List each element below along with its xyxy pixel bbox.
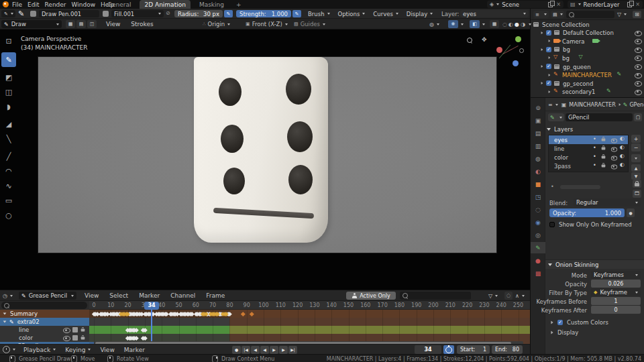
- axis-x-handle[interactable]: [496, 47, 502, 53]
- outliner-row-bg-3[interactable]: ✓bg: [531, 46, 644, 54]
- layer-row-eyes[interactable]: eyes•◐: [549, 135, 629, 144]
- outliner-editor-type-dropdown[interactable]: ▤: [551, 11, 564, 18]
- scene-name[interactable]: Scene: [502, 1, 548, 8]
- outliner-row-secondary1-8[interactable]: ✎secondary1✎: [531, 88, 644, 96]
- play-reverse-button[interactable]: ◀: [260, 346, 269, 354]
- material-swatch[interactable]: [103, 11, 109, 17]
- add-workspace-button[interactable]: +: [233, 1, 244, 8]
- dopesheet-search-field[interactable]: [400, 292, 471, 300]
- tool-eyedropper-button[interactable]: ╲: [1, 131, 16, 146]
- menu-brush[interactable]: Brush: [308, 11, 330, 17]
- expand-icon[interactable]: [548, 72, 551, 78]
- channel-line[interactable]: line: [0, 326, 89, 334]
- dopesheet-filter-dropdown[interactable]: ▽: [488, 292, 498, 300]
- tab-output[interactable]: ▤: [531, 130, 545, 138]
- menu-strokes[interactable]: Strokes: [131, 21, 153, 27]
- custom-colors-checkbox[interactable]: ✓: [557, 320, 563, 325]
- menu-playback[interactable]: Playback: [23, 347, 56, 353]
- layer-row-line[interactable]: line•◐: [549, 144, 629, 153]
- collection-checkbox[interactable]: ✓: [546, 80, 551, 86]
- workspace-tab-general[interactable]: General: [103, 0, 136, 9]
- guides-dropdown[interactable]: ▧ Guides: [294, 20, 325, 28]
- axis-z-handle[interactable]: [513, 60, 519, 66]
- collection-checkbox[interactable]: ✓: [546, 47, 551, 52]
- layer-onion-icon[interactable]: ◐: [620, 135, 625, 141]
- layer-opacity-slider[interactable]: Opacity: 1.000: [549, 208, 625, 217]
- orientation-dropdown[interactable]: ▣ Front (X-Z): [246, 20, 288, 28]
- menu-view[interactable]: View: [100, 347, 114, 353]
- frame-start-field[interactable]: Start: 1: [457, 345, 490, 354]
- dopesheet-editor-type-dropdown[interactable]: ◷: [3, 292, 13, 300]
- properties-editor-icon[interactable]: ≡: [548, 102, 553, 108]
- shading-preview-icon[interactable]: ◑: [520, 21, 526, 27]
- xray-toggle[interactable]: ◧: [470, 20, 480, 28]
- timeline-editor-type-dropdown[interactable]: [3, 346, 15, 353]
- record-button[interactable]: ●: [232, 346, 241, 354]
- placement-toggle-3[interactable]: ◫: [87, 20, 97, 28]
- tool-box-button[interactable]: ▭: [1, 193, 16, 208]
- keyframes-after-field[interactable]: 0: [591, 306, 641, 314]
- breadcrumb-data-name[interactable]: GPencil: [629, 102, 644, 108]
- zoom-icon[interactable]: [467, 38, 472, 44]
- layer-lock-icon[interactable]: [602, 139, 606, 141]
- outliner-item-label[interactable]: gp_second: [563, 80, 593, 87]
- radius-pressure-toggle[interactable]: ✎: [224, 10, 233, 17]
- channel-hide-icon[interactable]: [63, 328, 70, 333]
- tab-physics[interactable]: ◉: [531, 219, 545, 227]
- lock-frame-button[interactable]: [633, 180, 641, 188]
- menu-channel[interactable]: Channel: [170, 292, 195, 299]
- outliner-item-label[interactable]: bg: [562, 55, 570, 62]
- tool-erase-button[interactable]: ◫: [1, 84, 16, 99]
- outliner-row-camera-2[interactable]: Camera: [531, 37, 644, 45]
- hide-in-viewport-icon[interactable]: [635, 90, 642, 95]
- menu-curves[interactable]: Curves: [373, 11, 398, 17]
- shading-rendered-icon[interactable]: ●: [514, 21, 520, 27]
- placement-toggle-2[interactable]: ▤: [76, 20, 86, 28]
- tool-line-button[interactable]: ╱: [1, 149, 16, 164]
- channel-summary[interactable]: Summary: [0, 310, 89, 318]
- jump-to-start-button[interactable]: |◀: [241, 346, 250, 354]
- layer-hide-icon[interactable]: [611, 156, 617, 160]
- show-only-keyframed-row[interactable]: Show Only On Keyframed: [549, 221, 632, 229]
- expand-icon[interactable]: [548, 54, 551, 61]
- menu-window[interactable]: Window: [69, 1, 99, 8]
- workspace-tab-2d-animation[interactable]: 2D Animation: [140, 0, 190, 9]
- layer-selector[interactable]: eyes: [460, 10, 529, 17]
- expand-icon[interactable]: [541, 46, 543, 53]
- layer-name[interactable]: color: [554, 154, 568, 161]
- menu-display[interactable]: Display: [407, 11, 433, 17]
- scene-selector[interactable]: ◈ Scene ×: [487, 1, 564, 8]
- strength-slider[interactable]: Strength: 1.000: [236, 10, 291, 17]
- brush-preview-dropdown[interactable]: ✎: [1, 10, 15, 17]
- gizmo-visibility-dropdown[interactable]: ◍: [429, 20, 439, 28]
- tool-tint-button[interactable]: ◗: [1, 99, 16, 114]
- remove-layer-icon[interactable]: ×: [635, 1, 640, 7]
- hide-in-viewport-icon[interactable]: [635, 64, 642, 70]
- playhead-line[interactable]: [151, 308, 152, 345]
- layer-name[interactable]: 3pass: [554, 163, 571, 170]
- outliner-item-label[interactable]: Camera: [562, 38, 584, 45]
- layer-row-3pass[interactable]: 3pass•◐: [549, 162, 629, 170]
- layer-onion-icon[interactable]: ◐: [620, 153, 625, 159]
- dopesheet-mode-dropdown[interactable]: ✎ Grease Pencil: [19, 292, 76, 300]
- outliner-search-field[interactable]: [566, 11, 614, 18]
- menu-view[interactable]: View: [85, 292, 99, 299]
- channel-lock-icon[interactable]: [81, 337, 85, 340]
- axis-negative-handle[interactable]: [519, 48, 524, 53]
- outliner-display-mode-dropdown[interactable]: ≡: [533, 11, 549, 18]
- summary-keyframe[interactable]: [241, 312, 245, 316]
- tool-circle-button[interactable]: ○: [1, 208, 16, 223]
- outliner-row-default-collection-1[interactable]: ✓Default Collection: [531, 29, 644, 37]
- outliner-row-scene-collection-0[interactable]: Scene Collection: [531, 20, 644, 28]
- layers-panel-header[interactable]: Layers: [547, 125, 573, 133]
- material-selector[interactable]: Fill.001: [111, 10, 164, 17]
- mode-selector[interactable]: ✎ Draw: [1, 20, 62, 28]
- gpencil-datablock-dropdown[interactable]: ✎: [548, 113, 564, 121]
- placement-toggle-1[interactable]: ▦: [66, 20, 75, 28]
- shading-solid-icon[interactable]: ◌: [502, 21, 508, 27]
- viewport[interactable]: Camera Perspective (34) MAINCHARACTER ⊡✎…: [0, 29, 530, 290]
- outliner-row-maincharacter-6[interactable]: ✎MAINCHARACTER✎: [531, 71, 644, 79]
- outliner-item-label[interactable]: Default Collection: [563, 29, 614, 36]
- outliner-row-gp-queen-5[interactable]: ✓gp_queen: [531, 62, 644, 70]
- unlink-scene-icon[interactable]: ×: [556, 1, 561, 7]
